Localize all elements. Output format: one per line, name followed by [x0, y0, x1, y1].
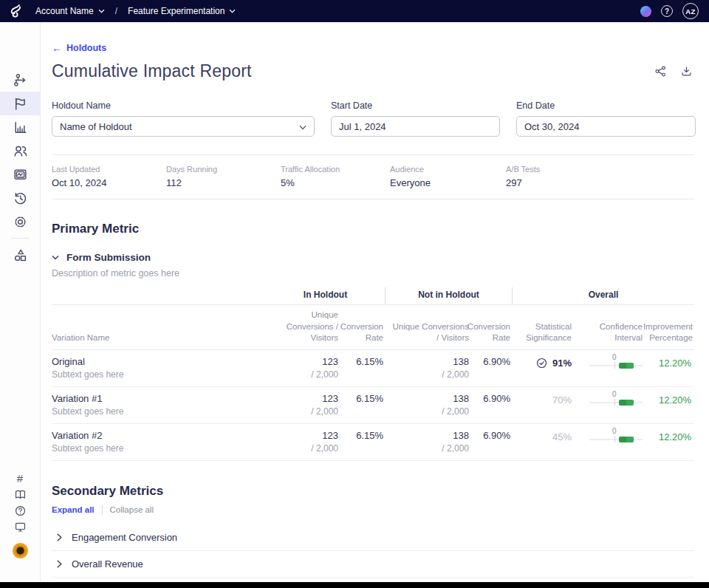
- metric-description: Description of metric goes here: [52, 268, 694, 278]
- sidebar-item-docs[interactable]: [0, 486, 40, 502]
- chevron-down-icon: [52, 255, 59, 260]
- in-holdout-rate: 6.15%: [344, 393, 383, 404]
- bar-chart-icon: [13, 120, 28, 135]
- sidebar-bottom-group: #: [0, 470, 40, 558]
- hash-icon: #: [17, 472, 23, 485]
- sidebar-divider: [10, 238, 30, 239]
- share-button[interactable]: [653, 64, 668, 79]
- main-content: ← Holdouts Cumulative Impact Report: [41, 22, 709, 582]
- account-menu[interactable]: Account Name: [31, 6, 109, 16]
- sidebar-item-dashboard[interactable]: [0, 163, 40, 186]
- links-divider: [102, 505, 103, 515]
- in-holdout-visitors: / 2,000: [270, 406, 338, 417]
- assistant-orb-icon[interactable]: [640, 6, 651, 17]
- secondary-metric-item[interactable]: Overall Revenue: [52, 551, 694, 578]
- user-avatar[interactable]: AZ: [682, 3, 699, 19]
- sidebar-item-rollouts[interactable]: [0, 68, 40, 92]
- significance-value: 91%: [552, 358, 572, 369]
- sidebar-item-reports[interactable]: [0, 115, 40, 139]
- ci-zero-tick: [614, 399, 616, 406]
- not-in-holdout-rate: 6.90%: [475, 356, 510, 367]
- col-improvement: Improvement Percentage: [644, 305, 694, 349]
- group-not-in-holdout: Not in Holdout: [385, 287, 512, 304]
- group-overall: Overall: [512, 287, 694, 304]
- desktop-icon: [14, 521, 27, 533]
- table-row: Original Subtext goes here 123/ 2,000 6.…: [52, 350, 694, 387]
- secondary-metrics-list: Engagement Conversion Overall Revenue Ca…: [52, 524, 694, 582]
- col-out-conversions: Unique Conversions / Visitors: [385, 305, 470, 349]
- holdout-name-select[interactable]: Name of Holdout: [52, 116, 315, 137]
- sidebar-item-history[interactable]: [0, 186, 40, 210]
- not-in-holdout-visitors: / 2,000: [389, 369, 469, 380]
- holdout-meta-strip: Last Updated Oct 10, 2024 Days Running 1…: [52, 154, 694, 199]
- table-group-header: In Holdout Not in Holdout Overall: [52, 287, 694, 305]
- sidebar-user-avatar[interactable]: [0, 542, 40, 558]
- expand-all-link[interactable]: Expand all: [52, 505, 95, 514]
- meta-audience: Audience Everyone: [390, 165, 506, 188]
- meta-days-running: Days Running 112: [166, 165, 281, 188]
- improvement-percentage: 12.20%: [644, 387, 694, 423]
- collapse-all-link[interactable]: Collapse all: [110, 505, 154, 514]
- shapes-icon: [13, 247, 28, 263]
- top-nav-bar: Account Name / Feature Experimentation ?…: [0, 0, 709, 22]
- not-in-holdout-conversions: 138: [389, 430, 469, 441]
- in-holdout-conversions: 123: [270, 356, 338, 367]
- end-date-input[interactable]: Oct 30, 2024: [516, 116, 696, 137]
- primary-metric-toggle[interactable]: Form Submission: [52, 252, 694, 263]
- sidebar-item-integrations[interactable]: [0, 243, 40, 267]
- people-icon: [13, 143, 28, 159]
- significance-value: 70%: [552, 394, 572, 406]
- monitor-chart-icon: [13, 167, 28, 182]
- holdout-name-field: Holdout Name Name of Holdout: [52, 100, 315, 137]
- ci-range-box: [619, 363, 634, 369]
- col-confidence-interval: Confidence Interval: [573, 305, 644, 349]
- flag-icon: [13, 96, 28, 112]
- not-in-holdout-visitors: / 2,000: [389, 406, 469, 417]
- col-variation-name: Variation Name: [52, 305, 266, 349]
- sunflower-avatar: [13, 543, 28, 558]
- in-holdout-rate: 6.15%: [344, 356, 383, 367]
- optimizely-logo-icon[interactable]: [0, 0, 31, 22]
- improvement-percentage: 12.20%: [644, 424, 694, 460]
- col-out-rate: Conversion Rate: [470, 305, 512, 349]
- variation-subtext: Subtext goes here: [52, 443, 264, 454]
- variation-subtext: Subtext goes here: [52, 406, 264, 417]
- results-table: In Holdout Not in Holdout Overall Variat…: [52, 287, 694, 461]
- ci-zero-tick: [614, 436, 616, 442]
- book-icon: [14, 488, 27, 501]
- table-row: Variation #1 Subtext goes here 123/ 2,00…: [52, 387, 694, 424]
- chevron-right-icon: [57, 533, 62, 541]
- group-in-holdout: In Holdout: [266, 287, 385, 304]
- product-name: Feature Experimentation: [128, 6, 225, 16]
- sidebar-item-help[interactable]: [0, 502, 40, 519]
- ci-baseline: [589, 402, 643, 403]
- variation-name: Original: [52, 356, 264, 367]
- sidebar-item-shortcuts[interactable]: #: [0, 470, 40, 486]
- product-menu[interactable]: Feature Experimentation: [123, 6, 240, 16]
- chevron-down-icon: [229, 9, 236, 13]
- confidence-interval-widget: 0: [589, 353, 643, 372]
- significance-value: 45%: [552, 431, 572, 442]
- secondary-metrics-heading: Secondary Metrics: [52, 484, 694, 499]
- in-holdout-rate: 6.15%: [344, 430, 383, 441]
- start-date-value: Jul 1, 2024: [339, 121, 386, 132]
- start-date-input[interactable]: Jul 1, 2024: [331, 116, 500, 137]
- back-to-holdouts-link[interactable]: ← Holdouts: [52, 43, 106, 53]
- metric-name: Form Submission: [66, 252, 151, 263]
- sidebar-item-flags[interactable]: [0, 92, 40, 115]
- help-icon[interactable]: ?: [661, 5, 673, 17]
- meta-ab-tests: A/B Tests 297: [506, 165, 540, 188]
- ci-zero-tick: [614, 362, 616, 369]
- back-link-label: Holdouts: [66, 43, 106, 53]
- download-icon: [680, 65, 693, 78]
- col-in-rate: Conversion Rate: [340, 305, 385, 349]
- chevron-down-icon: [98, 9, 105, 13]
- in-holdout-conversions: 123: [270, 393, 338, 404]
- sidebar-item-desktop[interactable]: [0, 519, 40, 535]
- download-button[interactable]: [679, 64, 694, 79]
- sidebar-item-audiences[interactable]: [0, 139, 40, 163]
- secondary-metric-item[interactable]: Engagement Conversion: [52, 524, 694, 551]
- confidence-interval-widget: 0: [589, 427, 643, 446]
- back-arrow-icon: ←: [52, 43, 62, 53]
- sidebar-item-settings[interactable]: [0, 210, 40, 233]
